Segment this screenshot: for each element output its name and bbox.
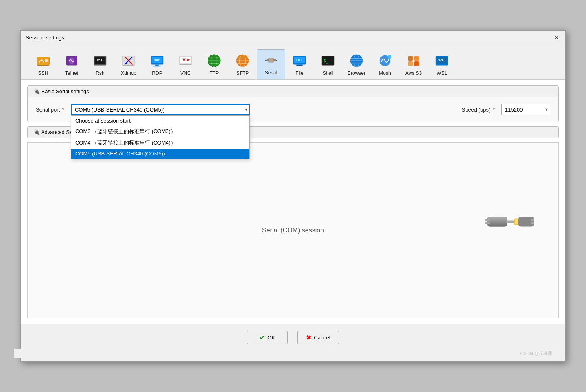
toolbar-item-ftp[interactable]: FTP: [200, 50, 228, 79]
main-content-area: Serial (COM) session: [27, 142, 559, 318]
svg-rect-65: [531, 222, 534, 224]
xdmcp-icon: [120, 53, 137, 69]
main-area-text: Serial (COM) session: [262, 227, 324, 234]
ftp-label: FTP: [210, 70, 219, 76]
title-bar: Session settings ✕: [21, 31, 565, 45]
dropdown-item-com5[interactable]: COM5 (USB-SERIAL CH340 (COM5)): [71, 149, 249, 159]
toolbar-item-wsl[interactable]: WSL WSL: [428, 50, 456, 79]
watermark: CSDN @丘狸尾: [14, 349, 559, 358]
cancel-button[interactable]: ✖ Cancel: [297, 331, 339, 344]
svg-rect-51: [414, 56, 419, 61]
svg-text:RSH: RSH: [97, 58, 103, 62]
toolbar-item-telnet[interactable]: Telnet: [57, 50, 86, 79]
svg-text:Vnc: Vnc: [182, 58, 190, 62]
svg-rect-50: [408, 56, 413, 61]
toolbar: SSH Telnet RSH Rsh: [21, 45, 565, 80]
dialog-footer: ✔ OK ✖ Cancel: [21, 324, 565, 352]
svg-rect-30: [267, 59, 269, 61]
svg-rect-59: [485, 219, 490, 221]
svg-rect-64: [531, 219, 534, 221]
svg-text:RDP: RDP: [154, 58, 160, 62]
file-label: File: [295, 70, 303, 76]
awss3-label: Aws S3: [405, 70, 422, 76]
svg-point-35: [271, 60, 272, 61]
xdmcp-label: Xdmcp: [121, 70, 136, 76]
mosh-icon: [377, 53, 393, 69]
serial-port-row: Serial port * Choose at session start CO…: [36, 104, 550, 115]
dropdown-item-choose[interactable]: Choose at session start: [71, 116, 249, 126]
vnc-icon: Vnc: [177, 53, 194, 69]
svg-rect-52: [408, 61, 413, 66]
wsl-icon: WSL: [434, 53, 450, 69]
browser-icon: [348, 53, 365, 69]
toolbar-item-file[interactable]: FILE File: [285, 50, 314, 79]
toolbar-item-awss3[interactable]: Aws S3: [399, 50, 428, 79]
svg-point-34: [269, 60, 270, 61]
svg-rect-53: [414, 61, 419, 66]
svg-rect-13: [153, 66, 161, 66]
toolbar-item-ssh[interactable]: SSH: [29, 50, 57, 79]
toolbar-item-shell[interactable]: $_ Shell: [314, 50, 342, 79]
telnet-icon: [63, 53, 80, 69]
ok-label: OK: [267, 335, 275, 341]
file-icon: FILE: [291, 53, 308, 69]
serial-port-label: Serial port *: [36, 107, 64, 113]
dialog-title: Session settings: [26, 35, 64, 41]
serial-port-dropdown: Choose at session start COM3 （蓝牙链接上的标准串行…: [71, 115, 250, 159]
shell-label: Shell: [323, 70, 334, 76]
serial-label: Serial: [265, 70, 278, 76]
svg-point-36: [272, 60, 273, 61]
serial-port-select-wrapper: Choose at session start COM3 （蓝牙链接上的标准串行…: [71, 104, 250, 115]
toolbar-item-serial[interactable]: Serial: [257, 49, 285, 79]
toolbar-item-vnc[interactable]: Vnc VNC: [171, 50, 200, 79]
toolbar-item-rsh[interactable]: RSH Rsh: [86, 50, 114, 79]
telnet-label: Telnet: [65, 70, 78, 76]
basic-serial-body: Serial port * Choose at session start CO…: [28, 97, 558, 122]
serial-port-select[interactable]: Choose at session start COM3 （蓝牙链接上的标准串行…: [71, 104, 250, 115]
dropdown-item-com4[interactable]: COM4 （蓝牙链接上的标准串行 (COM4)）: [71, 137, 249, 149]
toolbar-item-rdp[interactable]: RDP RDP: [143, 50, 171, 79]
svg-rect-12: [155, 65, 159, 66]
svg-text:FILE: FILE: [296, 58, 303, 62]
svg-rect-63: [518, 217, 534, 227]
toolbar-item-sftp[interactable]: SFTP: [228, 50, 257, 79]
svg-text:$_: $_: [324, 58, 329, 64]
serial-icon: [263, 52, 279, 68]
svg-rect-39: [296, 65, 302, 66]
ftp-icon: [206, 53, 222, 69]
rsh-label: Rsh: [96, 70, 104, 76]
cancel-label: Cancel: [314, 335, 330, 341]
sftp-icon: [234, 53, 251, 69]
close-button[interactable]: ✕: [552, 34, 560, 42]
ssh-icon: [35, 53, 51, 69]
toolbar-item-browser[interactable]: Browser: [342, 50, 371, 79]
browser-label: Browser: [348, 70, 365, 76]
rdp-label: RDP: [152, 70, 162, 76]
dropdown-item-com3[interactable]: COM3 （蓝牙链接上的标准串行 (COM3)）: [71, 126, 249, 137]
mosh-label: Mosh: [379, 70, 391, 76]
basic-serial-header: 🔌 Basic Serial settings: [28, 86, 558, 97]
speed-wrapper: 115200 9600 19200 38400 57600 ▾: [501, 104, 550, 115]
svg-point-49: [388, 55, 392, 59]
ssh-label: SSH: [38, 70, 48, 76]
wsl-label: WSL: [437, 70, 447, 76]
sftp-label: SFTP: [236, 70, 249, 76]
svg-point-1: [45, 59, 48, 62]
svg-text:WSL: WSL: [439, 59, 446, 62]
cancel-icon: ✖: [306, 334, 311, 342]
speed-select[interactable]: 115200 9600 19200 38400 57600: [501, 104, 550, 115]
rdp-icon: RDP: [149, 53, 165, 69]
svg-rect-31: [273, 59, 276, 61]
basic-serial-title: 🔌 Basic Serial settings: [33, 88, 89, 94]
serial-plug-icon: [485, 201, 534, 250]
basic-serial-section: 🔌 Basic Serial settings Serial port * Ch…: [27, 85, 559, 122]
ok-button[interactable]: ✔ OK: [247, 331, 288, 344]
svg-rect-60: [485, 222, 490, 224]
rsh-icon: RSH: [92, 53, 108, 69]
toolbar-item-xdmcp[interactable]: Xdmcp: [114, 50, 143, 79]
shell-icon: $_: [320, 53, 336, 69]
session-settings-dialog: Session settings ✕ SSH: [20, 30, 566, 362]
toolbar-item-mosh[interactable]: Mosh: [371, 50, 399, 79]
vnc-label: VNC: [180, 70, 190, 76]
svg-rect-58: [487, 217, 507, 227]
